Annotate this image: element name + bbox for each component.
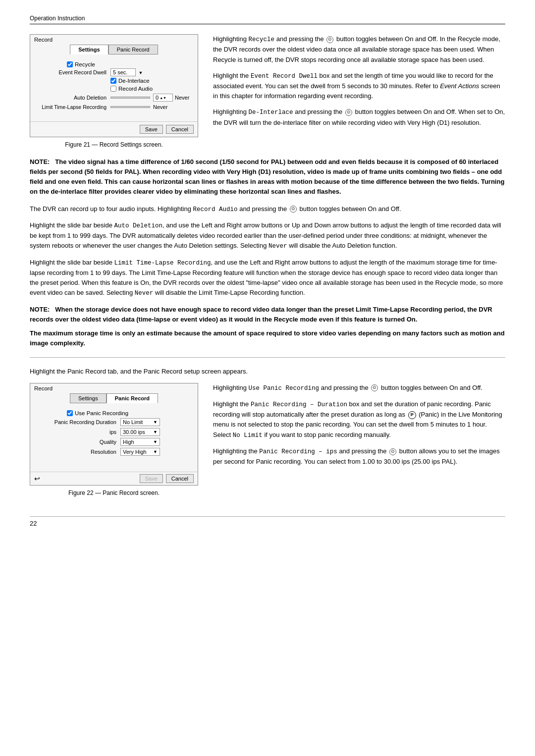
auto-deletion-value: 0 ▲▼	[153, 94, 173, 102]
use-panic-recording-row: Use Panic Recording	[67, 410, 191, 416]
recycle-checkbox[interactable]	[67, 61, 73, 67]
panic-bottom-bar: ↩ Save Cancel	[30, 472, 198, 485]
use-panic-recording-label: Use Panic Recording	[75, 410, 128, 416]
recycle-row: Recycle	[67, 61, 191, 67]
auto-deletion-paragraph: Highlight the slide bar beside Auto Dele…	[30, 220, 505, 252]
event-record-dwell-value: 5 sec. ▼	[110, 69, 143, 75]
limit-time-lapse-slider[interactable]	[110, 106, 150, 108]
circle-button-icon2: ⊙	[345, 109, 352, 116]
panic-quality-arrow: ▼	[153, 439, 158, 444]
auto-deletion-unit: Never	[175, 95, 189, 101]
panic-ips-paragraph: Highlighting the Panic Recording – ips a…	[213, 446, 505, 467]
circle-button-icon4: ⊙	[371, 384, 378, 391]
right-col-settings-text: Highlighting Recycle and pressing the ⊙ …	[213, 34, 505, 148]
panic-settings-content: Use Panic Recording Panic Recording Dura…	[30, 407, 198, 472]
record-audio-checkbox[interactable]	[110, 86, 116, 92]
note-block-deinterlace: NOTE: The video signal has a time differ…	[30, 157, 505, 197]
left-col-panic: Record Settings Panic Record Use Panic R…	[30, 383, 198, 496]
panic-quality-label: Quality	[37, 439, 116, 445]
record-audio-label: Record Audio	[118, 86, 153, 92]
panic-resolution-label: Resolution	[37, 449, 116, 455]
panic-duration-arrow: ▼	[153, 420, 158, 425]
panic-ips-value[interactable]: 30.00 ips ▼	[120, 428, 160, 436]
section-divider	[30, 357, 505, 358]
panic-save-cancel: Save Cancel	[140, 474, 194, 483]
page-header: Operation Instruction	[30, 15, 505, 24]
panic-ips-arrow: ▼	[153, 430, 158, 434]
section-panic-record: Record Settings Panic Record Use Panic R…	[30, 383, 505, 496]
circle-button-icon3: ⊙	[290, 206, 297, 213]
right-col-panic-text: Highlighting Use Panic Recording and pre…	[213, 383, 505, 496]
settings-cancel-btn[interactable]: Cancel	[166, 125, 194, 134]
page-footer: 22	[30, 516, 505, 527]
auto-deletion-spinner[interactable]: ▲▼	[160, 96, 166, 100]
circle-button-icon: ⊙	[326, 36, 333, 43]
de-interlace-paragraph: Highlighting De-Interlace and pressing t…	[213, 107, 505, 128]
use-panic-recording-checkbox[interactable]	[67, 410, 73, 416]
settings-content: Recycle Event Record Dwell 5 sec. ▼ De-I…	[30, 58, 198, 117]
use-panic-recording-paragraph: Highlighting Use Panic Recording and pre…	[213, 383, 505, 393]
panic-resolution-row: Resolution Very High ▼	[37, 448, 191, 456]
panic-duration-value[interactable]: No Limit ▼	[120, 418, 160, 426]
settings-save-btn[interactable]: Save	[140, 125, 163, 134]
auto-deletion-label: Auto Deletion	[37, 95, 107, 101]
record-box-title: Record	[30, 35, 198, 45]
record-audio-row: Record Audio	[110, 86, 191, 92]
auto-deletion-slider[interactable]	[110, 97, 150, 99]
panic-p-icon: P	[408, 411, 416, 419]
panic-quality-row: Quality High ▼	[37, 438, 191, 446]
figure22-caption: Figure 22 — Panic Record screen.	[30, 489, 198, 496]
record-settings-box: Record Settings Panic Record Recycle	[30, 34, 198, 137]
panic-duration-label: Panic Recording Duration	[37, 419, 116, 425]
settings-tabs-row: Settings Panic Record	[30, 45, 198, 54]
recycle-paragraph: Highlighting Recycle and pressing the ⊙ …	[213, 34, 505, 65]
panic-tab-settings[interactable]: Settings	[70, 393, 107, 403]
limit-time-lapse-label: Limit Time-Lapse Recording	[37, 104, 107, 110]
panic-ips-row: ips 30.00 ips ▼	[37, 428, 191, 436]
limit-time-lapse-value: Never	[153, 104, 167, 110]
note-block-storage: NOTE: When the storage device does not h…	[30, 305, 505, 349]
panic-box-title: Record	[30, 383, 198, 393]
header-text: Operation Instruction	[30, 15, 85, 22]
limit-time-lapse-row: Limit Time-Lapse Recording Never	[37, 104, 191, 110]
panic-cancel-btn[interactable]: Cancel	[166, 474, 194, 483]
event-record-dwell-label: Event Record Dwell	[37, 69, 107, 75]
panic-record-box: Record Settings Panic Record Use Panic R…	[30, 383, 198, 486]
panic-tabs-row: Settings Panic Record	[30, 393, 198, 403]
circle-button-icon5: ⊙	[389, 448, 396, 455]
limit-time-lapse-paragraph: Highlight the slide bar beside Limit Tim…	[30, 258, 505, 299]
panic-duration-paragraph: Highlight the Panic Recording – Duration…	[213, 399, 505, 440]
settings-save-cancel: Save Cancel	[30, 121, 198, 137]
record-audio-paragraph: The DVR can record up to four audio inpu…	[30, 204, 505, 215]
section-record-settings: Record Settings Panic Record Recycle	[30, 34, 505, 148]
panic-save-btn[interactable]: Save	[140, 474, 163, 483]
de-interlace-row: De-Interlace	[110, 78, 191, 84]
event-record-dwell-row: Event Record Dwell 5 sec. ▼	[37, 69, 191, 75]
page-number: 22	[30, 520, 37, 527]
panic-quality-value[interactable]: High ▼	[120, 438, 160, 446]
panic-record-intro: Highlight the Panic Record tab, and the …	[30, 367, 505, 377]
dwell-dropdown-arrow: ▼	[138, 70, 143, 75]
figure21-caption: Figure 21 — Record Settings screen.	[30, 141, 198, 148]
panic-duration-row: Panic Recording Duration No Limit ▼	[37, 418, 191, 426]
event-record-dwell-paragraph: Highlight the Event Record Dwell box and…	[213, 71, 505, 102]
panic-tab-panic-record[interactable]: Panic Record	[107, 393, 158, 403]
tab-panic-record[interactable]: Panic Record	[108, 45, 158, 54]
recycle-label: Recycle	[75, 61, 95, 67]
left-col-settings: Record Settings Panic Record Recycle	[30, 34, 198, 148]
de-interlace-label: De-Interlace	[118, 78, 150, 84]
page: Operation Instruction Record Settings Pa…	[0, 0, 535, 756]
back-icon[interactable]: ↩	[34, 475, 40, 483]
auto-deletion-row: Auto Deletion 0 ▲▼ Never	[37, 94, 191, 102]
de-interlace-checkbox[interactable]	[110, 78, 116, 84]
panic-resolution-value[interactable]: Very High ▼	[120, 448, 160, 456]
panic-resolution-arrow: ▼	[153, 449, 158, 454]
panic-ips-label: ips	[37, 429, 116, 435]
tab-settings[interactable]: Settings	[70, 45, 108, 54]
